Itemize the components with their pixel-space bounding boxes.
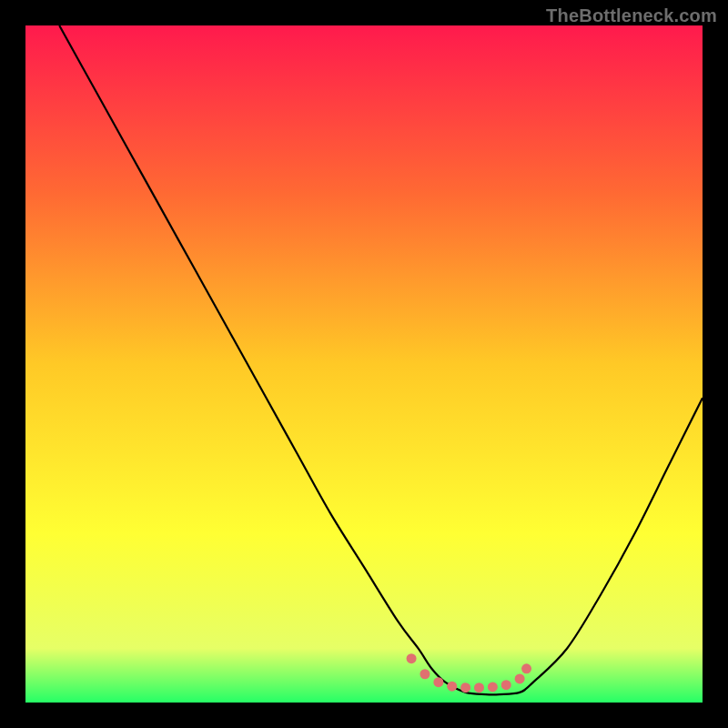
highlight-dot [407,653,417,663]
highlight-dot [474,682,484,693]
highlight-dot [515,673,525,683]
highlight-dot [447,682,457,692]
highlight-dot [521,663,531,673]
highlight-dot [488,682,498,692]
highlight-dot [460,682,470,693]
bottleneck-chart [25,25,703,703]
highlight-dot [501,680,511,690]
chart-svg [25,25,703,703]
chart-background [25,25,703,703]
highlight-dot [420,669,430,679]
watermark-label: TheBottleneck.com [546,5,717,26]
highlight-dot [433,677,443,687]
